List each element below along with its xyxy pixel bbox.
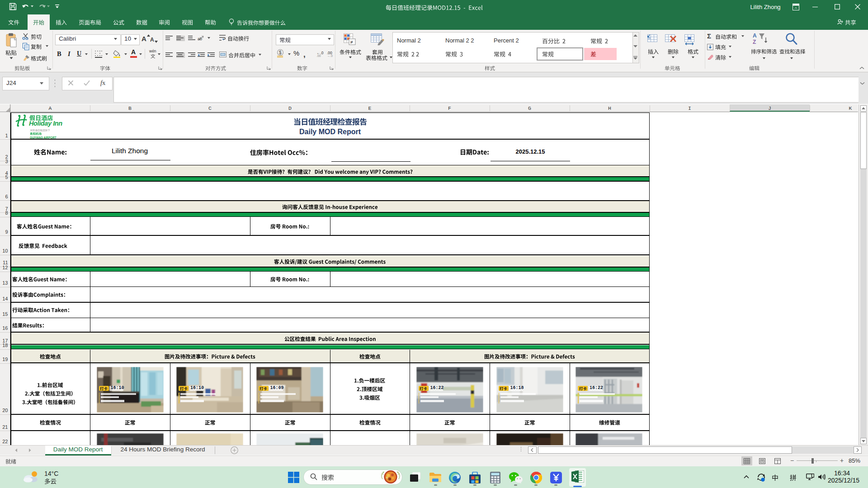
svg-text:→.0: →.0 [327,54,333,57]
svg-text:ab: ab [198,37,202,41]
svg-text:A: A [753,33,757,39]
svg-text:Z: Z [753,39,756,45]
svg-text:.00: .00 [316,54,321,57]
svg-text:≠: ≠ [350,39,353,45]
svg-text:$: $ [279,50,282,55]
